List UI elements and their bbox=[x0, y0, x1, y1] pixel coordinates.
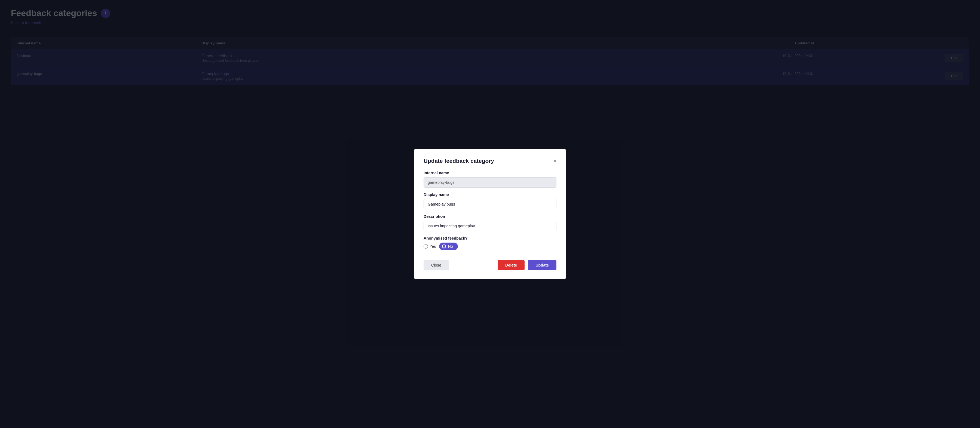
modal-title: Update feedback category bbox=[423, 158, 494, 164]
delete-button[interactable]: Delete bbox=[498, 260, 525, 270]
description-input[interactable] bbox=[423, 221, 557, 231]
no-label: No bbox=[448, 244, 453, 248]
yes-label: Yes bbox=[430, 244, 436, 248]
anonymised-field-group: Anonymised feedback? Yes No bbox=[423, 236, 557, 250]
modal-header: Update feedback category × bbox=[423, 158, 557, 164]
internal-name-field-group: Internal name bbox=[423, 171, 557, 188]
close-button[interactable]: Close bbox=[423, 260, 449, 270]
display-name-field-group: Display name bbox=[423, 193, 557, 209]
display-name-input[interactable] bbox=[423, 199, 557, 209]
description-field-group: Description bbox=[423, 214, 557, 231]
update-modal: Update feedback category × Internal name… bbox=[414, 149, 566, 279]
yes-radio[interactable] bbox=[423, 244, 428, 248]
anonymised-label: Anonymised feedback? bbox=[423, 236, 557, 240]
description-label: Description bbox=[423, 214, 557, 219]
yes-option[interactable]: Yes bbox=[423, 244, 436, 248]
update-button[interactable]: Update bbox=[528, 260, 557, 270]
modal-overlay: Update feedback category × Internal name… bbox=[0, 0, 980, 428]
radio-group: Yes No bbox=[423, 243, 557, 250]
no-option[interactable]: No bbox=[439, 243, 458, 250]
internal-name-label: Internal name bbox=[423, 171, 557, 175]
footer-right: Delete Update bbox=[498, 260, 557, 270]
display-name-label: Display name bbox=[423, 193, 557, 197]
modal-close-button[interactable]: × bbox=[553, 158, 557, 164]
internal-name-input bbox=[423, 177, 557, 188]
modal-footer: Close Delete Update bbox=[423, 258, 557, 270]
no-radio[interactable] bbox=[442, 244, 446, 248]
